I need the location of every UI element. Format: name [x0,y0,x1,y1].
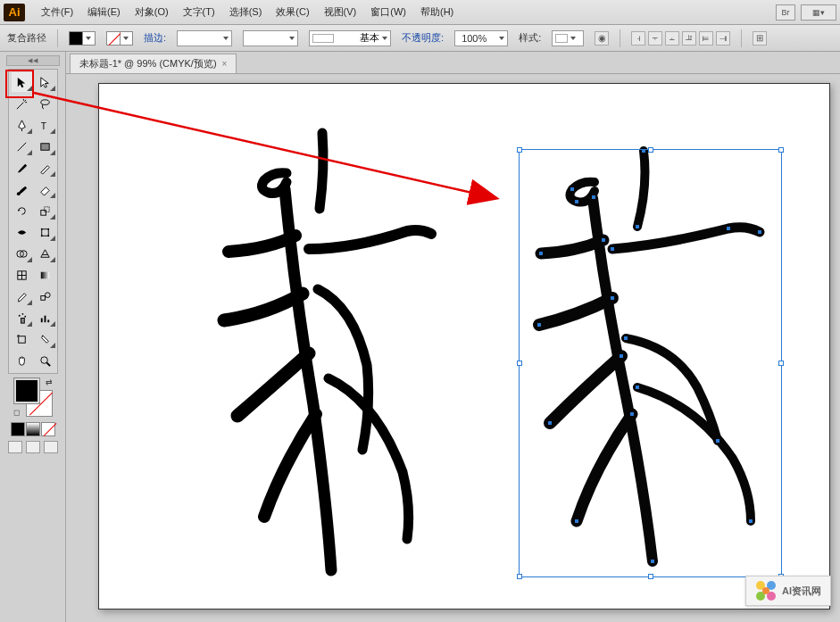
menu-help[interactable]: 帮助(H) [413,2,461,22]
menu-type[interactable]: 文字(T) [176,2,222,22]
fill-stroke-control[interactable]: ⇄ ◻ [13,377,53,417]
type-tool[interactable]: T [35,115,56,135]
eyedropper-tool[interactable] [12,286,33,306]
svg-point-10 [41,235,43,236]
tool-panel-grip[interactable]: ◀◀ [6,55,60,66]
align-top-icon[interactable]: ⫡ [682,31,696,46]
svg-point-9 [47,228,49,229]
drawing-mode-inside-icon[interactable] [44,441,58,453]
slice-tool[interactable] [35,329,56,349]
menu-window[interactable]: 窗口(W) [363,2,413,22]
symbol-sprayer-tool[interactable] [12,308,33,328]
blend-tool[interactable] [35,286,56,306]
default-fill-stroke-icon[interactable]: ◻ [13,408,20,417]
perspective-tool[interactable] [35,244,56,263]
scale-tool[interactable] [35,201,56,220]
stroke-swatch[interactable] [106,31,121,46]
artboard-tool[interactable] [12,329,33,349]
fill-stroke-swatches[interactable] [69,31,96,46]
align-bottom-icon[interactable]: ⫣ [716,31,730,46]
canvas[interactable] [66,73,840,622]
eraser-tool[interactable] [35,179,56,199]
hand-tool[interactable] [12,351,33,370]
close-tab-icon[interactable]: × [222,59,228,69]
shape-builder-tool[interactable] [12,244,33,263]
free-transform-tool[interactable] [35,222,56,242]
menu-view[interactable]: 视图(V) [317,2,364,22]
svg-rect-16 [41,295,46,300]
align-vcenter-icon[interactable]: ⫢ [699,31,713,46]
align-group: ⫞ ⫟ ⫠ ⫡ ⫢ ⫣ [631,31,730,46]
divider [57,29,58,47]
lasso-tool[interactable] [35,94,56,113]
recolor-icon[interactable]: ◉ [595,31,609,46]
stroke-dropdown[interactable] [121,31,133,46]
color-gradient-icon[interactable] [26,422,40,436]
fill-dropdown[interactable] [83,31,96,46]
menu-bar: Ai 文件(F) 编辑(E) 对象(O) 文字(T) 选择(S) 效果(C) 视… [0,0,840,25]
svg-rect-5 [41,210,46,215]
style-field[interactable] [552,30,584,46]
pencil-tool[interactable] [35,158,56,178]
align-left-icon[interactable]: ⫞ [631,31,645,46]
svg-point-4 [17,192,21,195]
selection-handle-s[interactable] [648,574,653,579]
drawing-mode-normal-icon[interactable] [8,441,22,453]
selection-handle-e[interactable] [778,361,784,366]
brush-field[interactable]: 基本 [309,30,391,46]
selection-handle-sw[interactable] [517,574,522,579]
selection-handle-n[interactable] [648,147,653,153]
transform-icon[interactable]: ⊞ [753,31,767,46]
watermark-logo-icon [755,580,777,601]
menu-edit[interactable]: 编辑(E) [80,2,128,22]
fill-color[interactable] [13,377,40,404]
divider [620,29,620,47]
document-tab[interactable]: 未标题-1* @ 99% (CMYK/预览) × [70,54,237,73]
zoom-tool[interactable] [35,351,56,370]
stroke-swatch-group[interactable] [106,31,133,46]
line-tool[interactable] [12,137,33,156]
selection-tool[interactable] [12,72,33,92]
artwork-left[interactable] [153,120,438,584]
menu-file[interactable]: 文件(F) [34,2,80,22]
stroke-profile-field[interactable] [243,30,298,46]
rotate-tool[interactable] [12,201,33,220]
graph-tool[interactable] [35,308,56,328]
document-tab-title: 未标题-1* @ 99% (CMYK/预览) [79,57,217,70]
menu-select[interactable]: 选择(S) [222,2,270,22]
width-tool[interactable] [12,222,33,242]
artboard[interactable] [98,83,830,610]
fill-swatch[interactable] [69,31,83,46]
color-none-icon[interactable] [41,422,55,436]
drawing-mode-behind-icon[interactable] [26,441,40,453]
selection-bounding-box[interactable] [519,149,782,577]
swap-fill-stroke-icon[interactable]: ⇄ [46,377,53,386]
menu-effect[interactable]: 效果(C) [269,2,316,22]
pen-tool[interactable] [12,115,33,135]
svg-point-0 [41,99,49,104]
selection-handle-nw[interactable] [517,147,522,153]
opacity-field[interactable]: 100% [454,30,508,46]
rectangle-tool[interactable] [35,137,56,156]
color-solid-icon[interactable] [11,422,25,436]
arrange-dropdown[interactable]: ▦▾ [801,4,836,21]
opacity-label[interactable]: 不透明度: [402,31,444,45]
divider [741,29,742,47]
align-hcenter-icon[interactable]: ⫟ [648,31,662,46]
toolbox: T [8,69,58,374]
menu-object[interactable]: 对象(O) [128,2,176,22]
selection-handle-w[interactable] [517,361,522,366]
stroke-weight-field[interactable] [177,30,232,46]
paintbrush-tool[interactable] [12,158,33,178]
blob-brush-tool[interactable] [12,179,33,199]
watermark-text: AI资讯网 [782,585,821,598]
stroke-label[interactable]: 描边: [144,31,166,45]
bridge-chip[interactable]: Br [776,4,795,21]
magic-wand-tool[interactable] [12,94,33,113]
gradient-tool[interactable] [35,265,56,285]
align-right-icon[interactable]: ⫠ [665,31,679,46]
svg-rect-15 [41,271,49,278]
direct-selection-tool[interactable] [35,72,56,92]
selection-handle-ne[interactable] [778,147,784,153]
mesh-tool[interactable] [12,265,33,285]
